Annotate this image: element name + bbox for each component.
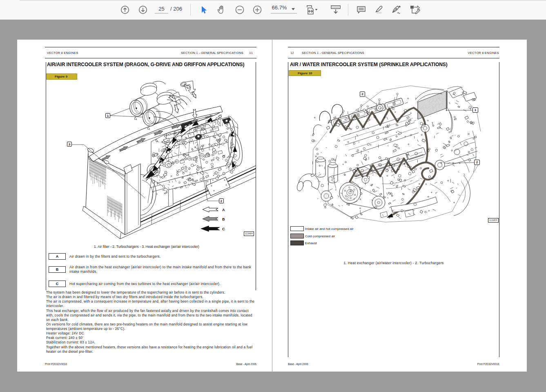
callout-2a: 2 <box>360 91 365 97</box>
body-line: The air is compressed, with a consequent… <box>46 299 254 304</box>
callout-1: 1 <box>105 113 110 118</box>
body-line: The system has been designed to lower th… <box>46 290 254 295</box>
page-title: AIR/AIR INTERCOOLER SYSTEM (DRAGON, G-DR… <box>47 62 244 67</box>
legend-text-A: Air drawn in by the filters and sent to … <box>69 254 257 259</box>
footer-print-code: Print P2D32V001E <box>45 363 67 365</box>
legend-text-C: Hot supercharing air coming from the two… <box>69 282 257 286</box>
select-tool-button[interactable] <box>197 3 210 16</box>
intake-label: Intake air and hot compressed air <box>305 227 354 231</box>
header-rule-top <box>288 47 499 47</box>
callout-2b: 2 <box>474 160 480 165</box>
figure10-caption: 1. Heat exchanger (air/water intercooler… <box>288 261 499 265</box>
page-title: AIR / WATER INTERCOOLER SYSTEM (SPRINKLE… <box>290 62 448 67</box>
body-line: Peak current: 240 ± 50' <box>46 336 254 340</box>
scroll-pages-icon <box>330 4 341 15</box>
figure-frame-right <box>499 62 499 357</box>
pdf-viewer-app: / 206 66.7% <box>0 0 546 392</box>
running-header-right: VECTOR 8 ENGINES <box>468 51 499 55</box>
figure9-caption: 1. Air filter - 2. Turbochargers - 3. He… <box>41 245 252 249</box>
legend-text-B: Air drawn in from the heat exchanger (ai… <box>69 265 257 274</box>
comment-tool-button[interactable] <box>354 3 368 16</box>
footer-edition: Base - April 2006 <box>236 363 256 365</box>
fit-width-button[interactable] <box>305 3 319 16</box>
document-area[interactable]: VECTOR 8 ENGINES SECTION 1 - GENERAL SPE… <box>0 20 546 392</box>
running-header-right: SECTION 1 - GENERAL SPECIFICATIONS <box>181 51 243 55</box>
previous-page-button[interactable] <box>118 3 131 16</box>
figure-label: Figure 9 <box>46 74 77 80</box>
plus-circle-icon <box>252 5 262 15</box>
body-line: Together with the above mentioned heater… <box>46 345 254 350</box>
toolbar-divider <box>190 4 191 16</box>
page-number-input[interactable] <box>155 4 168 13</box>
zoom-dropdown-caret[interactable] <box>292 8 295 10</box>
header-rule-top <box>45 47 256 47</box>
toolbar-top-border <box>20 0 546 1</box>
comment-bubble-icon <box>356 5 366 15</box>
cursor-arrow-icon <box>199 5 208 14</box>
next-page-button[interactable] <box>136 3 149 16</box>
header-rule-bottom <box>45 58 256 58</box>
highlight-tool-button[interactable] <box>372 3 385 16</box>
cold-swatch <box>290 234 304 238</box>
running-header-left: VECTOR 8 ENGINES <box>47 51 78 55</box>
figure-label: Figure 10 <box>289 70 321 76</box>
zoom-in-button[interactable] <box>251 3 264 16</box>
body-line: The air is drawn in and filtered by mean… <box>46 295 254 299</box>
minus-circle-icon <box>235 5 245 15</box>
scrolling-mode-button[interactable] <box>329 3 342 16</box>
body-line: on each bank. <box>46 318 254 322</box>
intake-swatch <box>290 226 304 231</box>
cold-label: Cold compressed air <box>305 234 335 238</box>
pdf-toolbar: / 206 66.7% <box>0 0 546 20</box>
flow-arrow-label-c: C <box>222 227 225 231</box>
legend-key-B: B <box>49 266 66 273</box>
body-line: with, cools the compressed air and sends… <box>46 313 254 318</box>
body-text: The system has been designed to lower th… <box>46 290 254 354</box>
legend-key-C: C <box>49 281 66 287</box>
pdf-page-right: 12 SECTION 1 - GENERAL SPECIFICATIONS VE… <box>272 40 527 372</box>
fountain-pen-icon <box>391 5 402 15</box>
header-rule-bottom <box>288 58 499 58</box>
fill-sign-button[interactable] <box>390 3 403 16</box>
footer-print-code: Print P2D32V001E <box>477 363 499 365</box>
running-header-left: SECTION 1 - GENERAL SPECIFICATIONS <box>302 51 364 55</box>
footer-edition: Base - April 2006 <box>288 363 308 365</box>
page-number: 12 <box>290 51 294 55</box>
fit-width-icon <box>306 4 318 15</box>
zoom-out-button[interactable] <box>233 3 246 16</box>
body-line: heater on the diesel pre-filter. <box>46 350 254 354</box>
flow-arrow-label-a: A <box>222 208 225 212</box>
body-line: temperatures (ambient temperature up to … <box>46 327 254 331</box>
toolbar-divider <box>348 4 348 16</box>
export-pdf-button[interactable] <box>408 3 421 16</box>
arrow-up-circle-icon <box>120 5 130 15</box>
figure9-engine-drawing: ABC <box>46 80 256 242</box>
figure-code-box: 113484 <box>244 232 254 236</box>
highlighter-icon <box>373 5 384 15</box>
legend-key-A: A <box>49 253 66 260</box>
flow-arrow-label-b: B <box>222 217 225 221</box>
body-line: Heater voltage: 24V DC <box>46 331 254 336</box>
figure10-engine-drawing <box>288 82 499 224</box>
callout-2: 2 <box>219 198 224 203</box>
hand-icon <box>216 5 226 15</box>
body-line: intercooler. <box>46 304 254 308</box>
callout-3: 3 <box>67 142 72 147</box>
page-count-label: / 206 <box>170 6 182 12</box>
callout-1: 1 <box>472 107 478 113</box>
exhaust-swatch <box>290 241 304 245</box>
convert-page-icon <box>409 4 421 15</box>
arrow-down-circle-icon <box>138 5 148 15</box>
figure-code-box: 1134FF <box>488 218 499 223</box>
body-line: Stabilization current: 83 ± 12A. <box>46 340 254 345</box>
body-line: On versions for cold climates, there are… <box>46 322 254 327</box>
exhaust-label: Exhaust <box>305 241 317 245</box>
page-number: 11 <box>249 51 253 55</box>
body-line: This heat exchanger, which the flow of a… <box>46 309 254 313</box>
pdf-page-left: VECTOR 8 ENGINES SECTION 1 - GENERAL SPE… <box>17 40 272 372</box>
hand-tool-button[interactable] <box>215 3 228 16</box>
